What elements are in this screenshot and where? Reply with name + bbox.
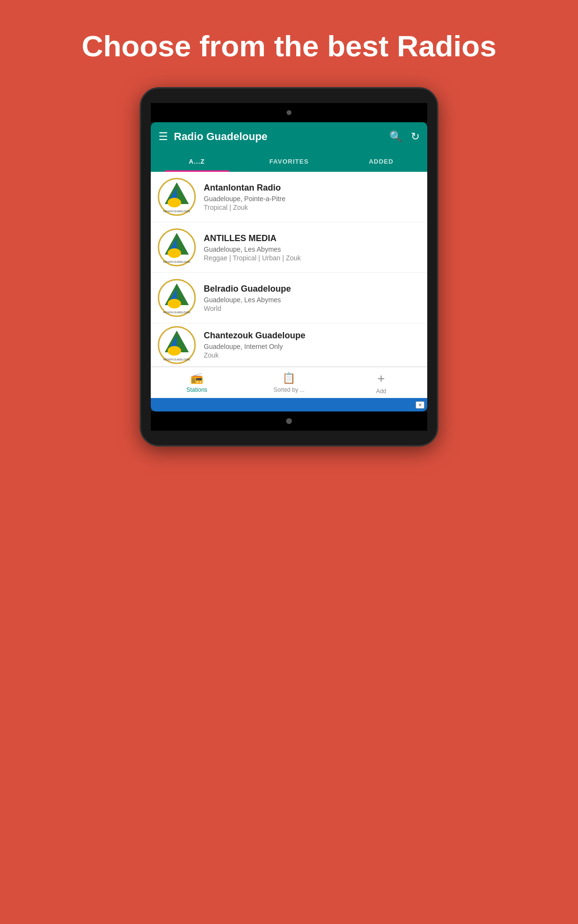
svg-text:REGION GUADELOUPE: REGION GUADELOUPE	[163, 311, 191, 314]
tablet-body: ☰ Radio Guadeloupe 🔍 ↻ A...Z FAVORITES A…	[140, 87, 438, 447]
stations-label: Stations	[186, 386, 207, 393]
tablet-screen: ☰ Radio Guadeloupe 🔍 ↻ A...Z FAVORITES A…	[151, 122, 427, 411]
sorted-icon: 📋	[282, 372, 295, 385]
list-item[interactable]: REGION GUADELOUPE ANTILLES MEDIA Guadelo…	[151, 222, 427, 273]
page-title: Choose from the best Radios	[0, 0, 578, 87]
nav-sorted[interactable]: 📋 Sorted by ...	[243, 367, 335, 398]
station-name: Belradio Guadeloupe	[204, 284, 420, 294]
list-item[interactable]: REGION GUADELOUPE Antanlontan Radio Guad…	[151, 172, 427, 222]
station-logo: REGION GUADELOUPE	[158, 279, 196, 317]
station-location: Guadeloupe, Les Abymes	[204, 296, 420, 304]
station-genre: Zouk	[204, 351, 420, 359]
nav-stations[interactable]: 📻 Stations	[151, 367, 243, 398]
station-info: Chantezouk Guadeloupe Guadeloupe, Intern…	[204, 331, 420, 359]
search-icon[interactable]: 🔍	[389, 130, 402, 143]
station-logo: REGION GUADELOUPE	[158, 326, 196, 364]
tablet-home-button[interactable]	[286, 418, 292, 424]
hamburger-icon[interactable]: ☰	[158, 130, 168, 143]
station-logo: REGION GUADELOUPE	[158, 178, 196, 216]
tablet-bottom-bar	[151, 411, 427, 431]
tabs-bar: A...Z FAVORITES ADDED	[151, 151, 427, 172]
station-location: Guadeloupe, Pointe-a-Pitre	[204, 195, 420, 203]
svg-point-8	[168, 248, 181, 258]
ad-bar: ✕	[151, 398, 427, 411]
svg-text:REGION GUADELOUPE: REGION GUADELOUPE	[163, 210, 191, 213]
station-location: Guadeloupe, Les Abymes	[204, 245, 420, 253]
svg-text:REGION GUADELOUPE: REGION GUADELOUPE	[163, 358, 191, 361]
tablet-camera	[287, 110, 291, 115]
station-name: Chantezouk Guadeloupe	[204, 331, 420, 341]
header-actions: 🔍 ↻	[389, 130, 420, 143]
ad-close-button[interactable]: ✕	[416, 401, 424, 409]
svg-point-3	[168, 198, 181, 207]
station-logo: REGION GUADELOUPE	[158, 228, 196, 267]
station-list-wrap: REGION GUADELOUPE Antanlontan Radio Guad…	[151, 172, 427, 367]
station-list: REGION GUADELOUPE Antanlontan Radio Guad…	[151, 172, 427, 367]
station-name: Antanlontan Radio	[204, 183, 420, 193]
station-location: Guadeloupe, Internet Only	[204, 343, 420, 350]
station-genre: Tropical | Zouk	[204, 204, 420, 211]
station-info: Antanlontan Radio Guadeloupe, Pointe-a-P…	[204, 183, 420, 211]
tab-az[interactable]: A...Z	[151, 151, 243, 172]
tab-favorites[interactable]: FAVORITES	[243, 151, 335, 172]
svg-point-13	[168, 299, 181, 308]
tab-added[interactable]: ADDED	[335, 151, 427, 172]
bottom-nav: 📻 Stations 📋 Sorted by ... + Add	[151, 367, 427, 398]
station-genre: World	[204, 305, 420, 312]
station-info: ANTILLES MEDIA Guadeloupe, Les Abymes Re…	[204, 233, 420, 262]
app-title: Radio Guadeloupe	[174, 130, 267, 143]
nav-add[interactable]: + Add	[335, 367, 427, 398]
tablet-top-bar	[151, 103, 427, 122]
station-name: ANTILLES MEDIA	[204, 233, 420, 244]
station-info: Belradio Guadeloupe Guadeloupe, Les Abym…	[204, 284, 420, 312]
stations-icon: 📻	[190, 372, 203, 385]
svg-text:REGION GUADELOUPE: REGION GUADELOUPE	[163, 260, 191, 263]
svg-point-18	[168, 346, 181, 356]
station-genre: Reggae | Tropical | Urban | Zouk	[204, 254, 420, 262]
list-item[interactable]: REGION GUADELOUPE Belradio Guadeloupe Gu…	[151, 273, 427, 323]
refresh-icon[interactable]: ↻	[411, 130, 420, 143]
sorted-label: Sorted by ...	[274, 386, 305, 393]
add-icon: +	[378, 371, 385, 386]
header-left: ☰ Radio Guadeloupe	[158, 130, 267, 143]
tablet-device: ☰ Radio Guadeloupe 🔍 ↻ A...Z FAVORITES A…	[140, 87, 438, 447]
app-header: ☰ Radio Guadeloupe 🔍 ↻	[151, 122, 427, 151]
add-label: Add	[376, 388, 386, 395]
list-item[interactable]: REGION GUADELOUPE Chantezouk Guadeloupe …	[151, 323, 427, 367]
